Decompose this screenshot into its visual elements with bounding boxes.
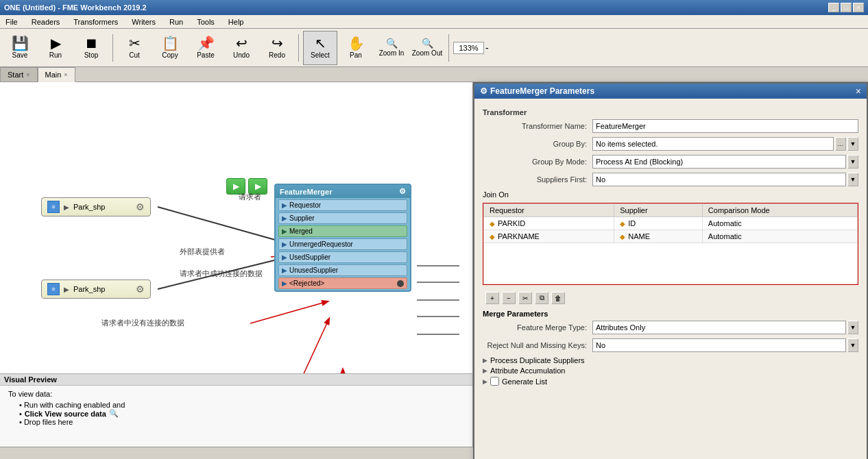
port-requestor[interactable]: ▶ Requestor: [278, 199, 407, 211]
zoom-out-button[interactable]: 🔍 Zoom Out: [410, 31, 444, 65]
zoom-decrease-btn[interactable]: -: [485, 42, 489, 53]
run-icon: ▶: [51, 36, 61, 50]
suppliers-first-label: Suppliers First:: [483, 175, 592, 184]
group-by-expand-btn[interactable]: ▼: [847, 137, 858, 151]
group-by-dropdown-btn[interactable]: …: [835, 137, 846, 151]
close-button[interactable]: ×: [853, 3, 864, 12]
svg-line-0: [158, 207, 280, 241]
tab-start-close[interactable]: ×: [26, 71, 29, 78]
process-duplicate-row[interactable]: ▶ Process Duplicate Suppliers: [483, 356, 858, 364]
group-by-mode-wrapper: Process At End (Blocking) ▼: [592, 155, 858, 169]
join-copy-button[interactable]: ⧉: [535, 292, 548, 304]
copy-button[interactable]: 📋 Copy: [153, 31, 187, 65]
window-controls[interactable]: _ □ ×: [828, 3, 864, 12]
feature-merge-type-select[interactable]: Attributes Only Geometry From Requestor …: [592, 321, 846, 334]
port-arrow-requestor: ▶: [282, 201, 287, 209]
title-bar: ONE (Untitled) - FME Workbench 2019.2 _ …: [0, 0, 868, 15]
cut-button[interactable]: ✂ Cut: [117, 31, 152, 65]
visual-preview-label: Visual Preview: [0, 374, 472, 386]
attribute-accumulation-label: Attribute Accumulation: [490, 367, 565, 375]
suppliers-first-select[interactable]: No Yes: [592, 173, 846, 186]
generate-list-checkbox[interactable]: [490, 377, 499, 386]
join-row-2[interactable]: ◆PARKNAME ◆NAME Automatic: [484, 230, 858, 243]
zoom-value[interactable]: 133%: [453, 42, 484, 54]
menu-file[interactable]: File: [3, 17, 21, 27]
redo-icon: ↪: [272, 36, 283, 50]
port-unmerged-requestor[interactable]: ▶ UnmergedRequestor: [278, 238, 407, 250]
run-button[interactable]: ▶ Run: [38, 31, 73, 65]
reject-null-select[interactable]: No Yes: [592, 338, 846, 352]
join-requestor-1: ◆PARKID: [484, 217, 614, 230]
suppliers-first-expand-btn[interactable]: ▼: [847, 173, 858, 186]
join-add-button[interactable]: +: [485, 292, 499, 304]
suppliers-first-wrapper: No Yes ▼: [592, 173, 858, 186]
group-by-input[interactable]: [592, 137, 834, 151]
park-shp-label-1: Park_shp: [73, 203, 105, 211]
join-table-controls: + − ✂ ⧉ 🗑: [483, 289, 858, 307]
transformer-name-input[interactable]: [592, 119, 858, 133]
redo-button[interactable]: ↪ Redo: [260, 31, 294, 65]
window-title: ONE (Untitled) - FME Workbench 2019.2: [4, 3, 147, 12]
feature-merger-gear[interactable]: ⚙: [399, 187, 406, 196]
port-unused-supplier[interactable]: ▶ UnusedSupplier: [278, 264, 407, 276]
join-cut-button[interactable]: ✂: [518, 292, 532, 304]
attribute-accumulation-row[interactable]: ▶ Attribute Accumulation: [483, 367, 858, 375]
minimize-button[interactable]: _: [828, 3, 839, 12]
toolbar-separator-3: [448, 34, 449, 62]
port-used-supplier[interactable]: ▶ UsedSupplier: [278, 251, 407, 263]
menu-transformers[interactable]: Transformers: [71, 17, 121, 27]
menu-writers[interactable]: Writers: [129, 17, 158, 27]
zoom-in-button[interactable]: 🔍 Zoom In: [374, 31, 409, 65]
feature-merge-type-expand-btn[interactable]: ▼: [847, 321, 858, 334]
tab-main-close[interactable]: ×: [64, 71, 67, 78]
group-by-mode-row: Group By Mode: Process At End (Blocking)…: [483, 155, 858, 169]
join-row-1[interactable]: ◆PARKID ◆ID Automatic: [484, 217, 858, 230]
maximize-button[interactable]: □: [841, 3, 852, 12]
transformer-name-row: Transformer Name:: [483, 119, 858, 133]
paste-button[interactable]: 📌 Paste: [189, 31, 223, 65]
reject-null-expand-btn[interactable]: ▼: [847, 338, 858, 352]
feature-merge-type-row: Feature Merge Type: Attributes Only Geom…: [483, 321, 858, 334]
join-paste-button[interactable]: 🗑: [551, 292, 565, 304]
stop-button[interactable]: ⏹ Stop: [74, 31, 108, 65]
dialog-title-text: FeatureMerger Parameters: [490, 86, 594, 96]
gear-icon-2[interactable]: ⚙: [136, 284, 145, 295]
park-shp-node-1[interactable]: ≡ ▶ Park_shp ⚙: [41, 197, 151, 216]
menu-tools[interactable]: Tools: [194, 17, 217, 27]
port-rejected[interactable]: ▶ <Rejected>: [278, 277, 407, 289]
port-arrow-rejected: ▶: [282, 280, 287, 287]
feature-merger-dialog: ⚙ FeatureMerger Parameters × Transformer…: [473, 82, 868, 459]
pan-button[interactable]: ✋ Pan: [339, 31, 373, 65]
port-supplier-label: Supplier: [289, 214, 315, 222]
dialog-close-button[interactable]: ×: [856, 86, 861, 97]
cut-icon: ✂: [129, 36, 141, 50]
pan-label: Pan: [350, 51, 362, 59]
preview-bullet-3: • Drop files here: [19, 418, 464, 426]
menu-help[interactable]: Help: [226, 17, 247, 27]
undo-button[interactable]: ↩ Undo: [224, 31, 258, 65]
feature-merger-transformer[interactable]: FeatureMerger ⚙ ▶ Requestor ▶ Supplier ▶…: [274, 184, 411, 292]
menu-run[interactable]: Run: [167, 17, 186, 27]
park-shp-node-2[interactable]: ≡ ▶ Park_shp ⚙: [41, 280, 151, 299]
port-supplier[interactable]: ▶ Supplier: [278, 212, 407, 224]
port-merged[interactable]: ▶ Merged: [278, 225, 407, 237]
tab-start[interactable]: Start ×: [0, 67, 38, 82]
canvas-area[interactable]: ≡ ▶ Park_shp ⚙ ≡ ▶ Park_shp ⚙ ▶ ▶ Featur…: [0, 82, 473, 459]
gear-icon-1[interactable]: ⚙: [136, 201, 145, 212]
group-by-mode-expand-btn[interactable]: ▼: [847, 155, 858, 169]
generate-list-row[interactable]: ▶ Generate List: [483, 377, 858, 386]
tab-main[interactable]: Main ×: [38, 67, 75, 82]
join-remove-button[interactable]: −: [502, 292, 516, 304]
save-button[interactable]: 💾 Save: [3, 31, 37, 65]
menu-readers[interactable]: Readers: [29, 17, 63, 27]
group-by-mode-select[interactable]: Process At End (Blocking): [592, 155, 846, 169]
dialog-body: Transformer Transformer Name: Group By: …: [474, 99, 867, 393]
select-button[interactable]: ↖ Select: [303, 31, 337, 65]
stop-icon: ⏹: [84, 36, 98, 50]
port-requestor-label: Requestor: [289, 201, 321, 209]
svg-line-6: [302, 319, 329, 378]
group-by-wrapper: … ▼: [592, 137, 858, 151]
zoom-out-icon: 🔍: [422, 38, 433, 48]
group-by-label: Group By:: [483, 140, 592, 148]
preview-to-view: To view data:: [8, 390, 464, 398]
